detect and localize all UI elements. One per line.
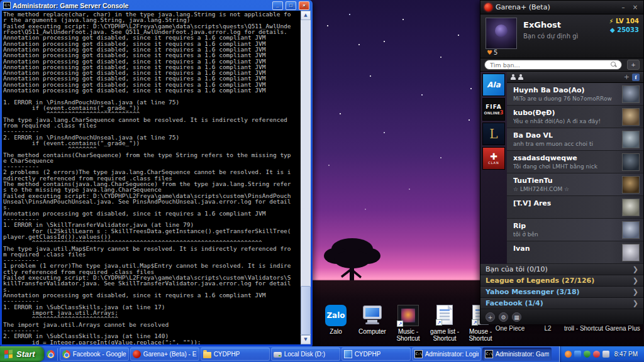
search-input[interactable] (484, 60, 622, 70)
groups-icon[interactable] (518, 74, 523, 80)
maximize-button[interactable]: □ (286, 1, 296, 10)
garena-titlebar[interactable]: Garena+ (Beta) – × (480, 1, 643, 14)
minimize-button[interactable]: _ (272, 1, 283, 10)
desktop-icon-game-list[interactable]: ↗ game list - Shortcut (426, 305, 463, 342)
friend-row[interactable]: TuuTienTu ☆ LMH724H.COM ☆ (507, 173, 643, 196)
task-cydphp-folder[interactable]: CYDPHP (201, 348, 270, 361)
friends-list: + f Huynh Ba Dao(Ao) MiTo are u duong 76… (507, 72, 643, 264)
tray-icon-orange[interactable] (565, 351, 572, 358)
task-facebook-chrome[interactable]: Facebook - Google Chrome (60, 348, 129, 361)
chrome-icon (62, 350, 70, 358)
desktop-icon-zalo[interactable]: Zalo Zalo (318, 305, 354, 335)
game-list-shortcut-icon: ↗ (434, 305, 455, 326)
grid-icon[interactable]: ▦ (512, 312, 521, 322)
hearts-count: ♥5 (487, 49, 497, 56)
icon-label: Music - Shortcut (390, 328, 426, 342)
friend-avatar (622, 221, 640, 239)
user-panel: ExGhost ⚡ LV 104 ◆ 25033 Bạn có dự định … (480, 14, 643, 58)
game-shortcut-column: Ala FIFA ONLINE3 L ✚CLAN (480, 72, 507, 264)
game-clan-icon[interactable]: ✚CLAN (482, 147, 505, 170)
desktop: Zalo Zalo Computer ↗ Music - Shortcut ↗ … (0, 0, 644, 362)
add-tab-icon[interactable]: + (624, 73, 630, 81)
status-message[interactable]: Bạn có dự định gì (523, 33, 578, 40)
tray-icon-red[interactable] (593, 351, 600, 358)
group-yahoo-messenger[interactable]: Yahoo Messenger (3/18) ❯ (480, 287, 643, 298)
facebook-icon[interactable]: f (632, 74, 640, 81)
close-button[interactable]: × (299, 1, 309, 10)
close-button[interactable]: × (631, 4, 640, 11)
icon-label: Computer (354, 328, 391, 335)
task-garena[interactable]: Garena+ (Beta) - ExGhost (130, 348, 199, 361)
console-icon: C:\ (485, 350, 493, 358)
console-icon: C:\ (414, 350, 423, 358)
friend-avatar (622, 85, 640, 103)
friend-row[interactable]: kubo(ĐẹĐ) Yêu e nhất đời(Ao) A đi xa đây… (507, 106, 643, 128)
bolt-icon: ⚡ (609, 18, 613, 25)
task-login-server-console[interactable]: C:\ Administrator: Login Ser... (412, 348, 481, 361)
game-fifa-online3-icon[interactable]: FIFA ONLINE3 (482, 98, 505, 121)
garena-logo-icon (484, 3, 492, 11)
desktop-icon-music[interactable]: ↗ Music - Shortcut (390, 305, 426, 342)
scrollbar-track[interactable] (301, 20, 311, 335)
friend-row[interactable]: xsadasdqweqwe Tôi đang chơi LMHT bằng ni… (507, 151, 643, 173)
start-button[interactable]: Start (0, 346, 44, 362)
friend-avatar (622, 153, 640, 171)
friend-avatar (622, 176, 640, 194)
search-bar: + (480, 58, 643, 72)
heart-icon: ♥ (487, 49, 492, 56)
scrollbar-thumb[interactable] (301, 286, 311, 335)
scroll-up-icon[interactable]: ▲ (301, 11, 311, 20)
username: ExGhost (523, 20, 561, 30)
avatar[interactable] (486, 18, 517, 49)
zalo-icon: Zalo (325, 305, 347, 326)
game-league-of-legends-icon[interactable]: L (482, 123, 505, 145)
console-icon: C:\ (3, 2, 11, 9)
group-facebook[interactable]: Facebook (1/4) ❯ (480, 298, 643, 309)
console-window: C:\ Administrator: Game Server Console _… (0, 0, 313, 346)
window-icon (344, 350, 352, 358)
console-scrollbar[interactable]: ▲ ▼ (301, 11, 311, 344)
task-game-server-console[interactable]: C:\ Administrator: Game... (482, 348, 552, 361)
chevron-right-icon: ❯ (633, 265, 638, 273)
friend-avatar (622, 131, 640, 148)
garena-toolbar: + ⚙ ▦ (480, 309, 643, 324)
add-friend-button[interactable]: + (627, 60, 640, 70)
tray-shield-icon[interactable] (584, 351, 591, 358)
tray-icon-blue[interactable] (574, 351, 581, 358)
gear-icon[interactable]: ⚙ (499, 312, 508, 322)
computer-icon (362, 305, 383, 326)
task-local-disk-d[interactable]: Local Disk (D:) (271, 348, 340, 361)
friend-row[interactable]: Ivan (507, 241, 643, 264)
desktop-icon-computer[interactable]: Computer (354, 305, 391, 335)
friend-row[interactable]: Rip tôi ở bên (507, 219, 643, 241)
task-cydphp-window[interactable]: CYDPHP (341, 348, 411, 361)
search-icon (611, 62, 617, 68)
icon-label: Zalo (318, 328, 354, 335)
icon-label: game list - Shortcut (426, 328, 463, 342)
friends-icon[interactable] (511, 74, 516, 80)
group-league-of-legends[interactable]: League of Legends (27/126) ❯ (480, 275, 643, 287)
friend-row[interactable]: Ba Dao VL anh tra em muon acc choi ti (507, 128, 643, 151)
clock: 8:47 PM (614, 351, 638, 358)
tray-volume-icon[interactable] (602, 351, 609, 358)
desktop-icon-troll[interactable]: troll - Shortcut (562, 325, 606, 332)
garena-title: Garena+ (Beta) (496, 3, 616, 11)
add-circle-icon[interactable]: + (486, 312, 495, 322)
drive-icon (274, 352, 282, 358)
friend-row[interactable]: [T.V] Ares (507, 196, 643, 219)
system-tray: 8:47 PM (559, 346, 644, 362)
minimize-button[interactable]: – (619, 4, 628, 11)
taskbar: Start Facebook - Google Chrome Garena+ (… (0, 346, 644, 362)
console-titlebar[interactable]: C:\ Administrator: Game Server Console _… (2, 0, 311, 11)
group-my-friends[interactable]: Bạn của tôi (0/10) ❯ (480, 264, 643, 275)
desktop-icon-garena-plus[interactable]: Garena Plus (601, 325, 644, 332)
game-ala-icon[interactable]: Ala (482, 74, 505, 96)
scroll-down-icon[interactable]: ▼ (301, 335, 311, 344)
friend-row[interactable]: Huynh Ba Dao(Ao) MiTo are u duong 76 No7… (507, 83, 643, 106)
folder-icon (203, 352, 211, 358)
level-badge: ⚡ LV 104 (609, 18, 639, 25)
garena-window: Garena+ (Beta) – × ExGhost ⚡ LV 104 ◆ 25… (480, 0, 644, 324)
quick-launch (44, 348, 58, 361)
windows-flag-icon (4, 349, 13, 359)
chrome-quicklaunch-icon[interactable] (47, 350, 55, 358)
